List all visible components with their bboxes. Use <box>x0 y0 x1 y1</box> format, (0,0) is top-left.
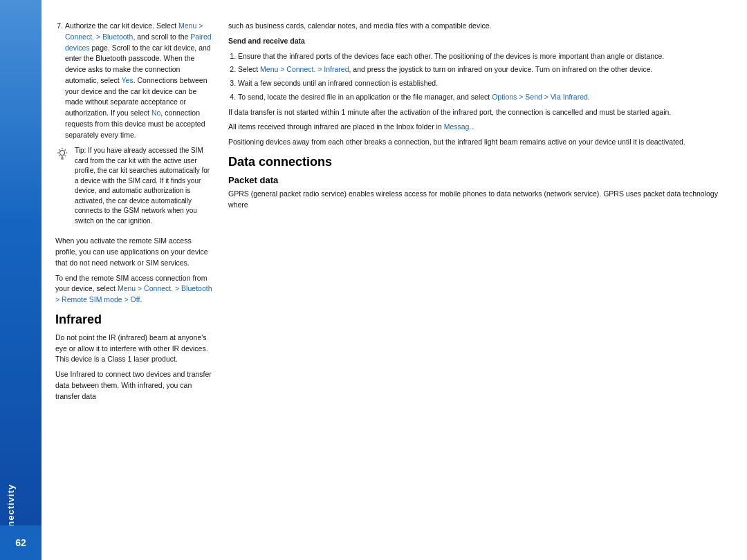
svg-line-8 <box>59 156 59 156</box>
send-receive-title: Send and receive data <box>228 36 733 47</box>
step2-text1: Select <box>238 65 260 73</box>
step7-text2: , and scroll to the <box>133 32 190 41</box>
step4-link1[interactable]: Options > Send > Via Infrared <box>492 93 588 101</box>
svg-line-7 <box>65 149 66 150</box>
right-para1: such as business cards, calendar notes, … <box>228 21 733 32</box>
packet-data-subtitle: Packet data <box>228 175 733 185</box>
inbox-para-end: . <box>471 122 473 131</box>
page-wrapper: Connectivity 62 Authorize the car kit de… <box>0 0 747 560</box>
step1-text: Ensure that the infrared ports of the de… <box>238 52 664 60</box>
infrared-para1: Do not point the IR (infrared) beam at a… <box>55 333 214 365</box>
positioning-para: Positioning devices away from each other… <box>228 137 733 148</box>
step-list-left: Authorize the car kit device. Select Men… <box>55 21 214 140</box>
remote-para2-text2: . <box>140 295 142 304</box>
tip-box: Tip: If you have already accessed the SI… <box>55 146 214 230</box>
left-column: Authorize the car kit device. Select Men… <box>55 21 214 546</box>
step7-link4[interactable]: No <box>151 109 160 117</box>
inbox-para: All items received through infrared are … <box>228 122 733 133</box>
transfer-para: If data transfer is not started within 1… <box>228 107 733 118</box>
inbox-para-text: All items received through infrared are … <box>228 122 444 131</box>
infrared-step2: Select Menu > Connect. > Infrared, and p… <box>238 64 733 75</box>
infrared-title: Infrared <box>55 312 214 327</box>
remote-para2: To end the remote SIM access connection … <box>55 273 214 306</box>
tip-icon <box>55 147 71 162</box>
svg-line-6 <box>65 156 66 156</box>
remote-para1: When you activate the remote SIM access … <box>55 236 214 268</box>
lightbulb-icon <box>55 147 69 161</box>
sidebar: Connectivity 62 <box>0 0 42 560</box>
infrared-step3: Wait a few seconds until an infrared con… <box>238 78 733 89</box>
step7-text1: Authorize the car kit device. Select <box>65 21 178 30</box>
step7-link3[interactable]: Yes <box>122 76 133 84</box>
step3-text: Wait a few seconds until an infrared con… <box>238 79 438 87</box>
data-connections-title: Data connections <box>228 155 733 169</box>
page-number: 62 <box>15 537 26 548</box>
tip-text: Tip: If you have already accessed the SI… <box>75 146 214 226</box>
right-column: such as business cards, calendar notes, … <box>228 21 733 546</box>
step2-link1[interactable]: Menu > Connect. > Infrared <box>260 65 349 73</box>
svg-line-5 <box>59 149 59 150</box>
infrared-steps: Ensure that the infrared ports of the de… <box>228 51 733 103</box>
infrared-step4: To send, locate the desired file in an a… <box>238 92 733 103</box>
step4-text2: . <box>588 93 590 101</box>
main-content: Authorize the car kit device. Select Men… <box>42 0 747 560</box>
svg-point-0 <box>60 151 65 156</box>
page-number-box: 62 <box>0 525 42 560</box>
step2-text2: , and press the joystick to turn on infr… <box>349 65 653 73</box>
gprs-para: GPRS (general packet radio service) enab… <box>228 189 733 211</box>
step-7: Authorize the car kit device. Select Men… <box>65 21 214 140</box>
inbox-link[interactable]: Messag. <box>444 122 472 131</box>
infrared-step1: Ensure that the infrared ports of the de… <box>238 51 733 62</box>
step4-text1: To send, locate the desired file in an a… <box>238 93 492 101</box>
infrared-para2: Use Infrared to connect two devices and … <box>55 369 214 402</box>
